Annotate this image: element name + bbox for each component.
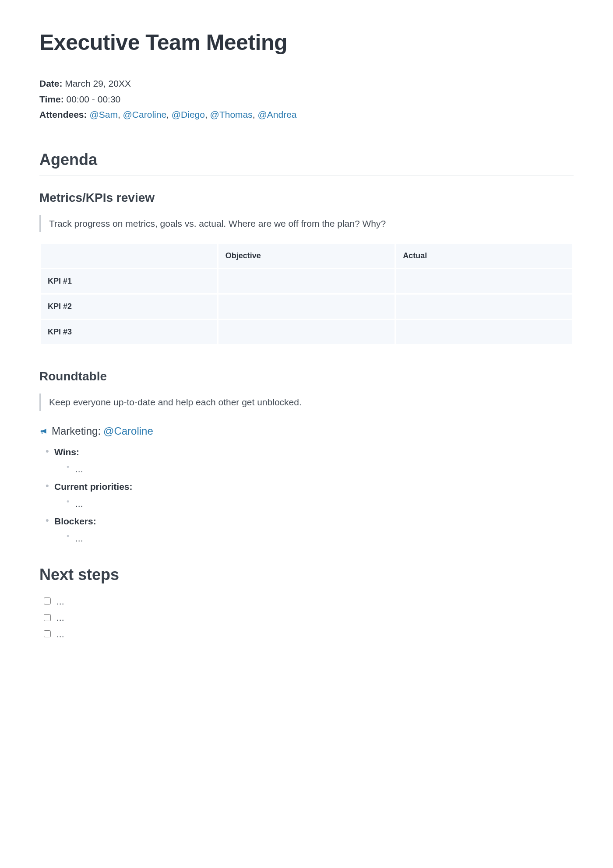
metrics-heading: Metrics/KPIs review: [39, 189, 574, 207]
priorities-label: Current priorities:: [54, 481, 133, 492]
roundtable-heading: Roundtable: [39, 367, 574, 386]
checkbox[interactable]: [44, 614, 51, 621]
meta-date: Date: March 29, 20XX: [39, 77, 574, 91]
next-steps-heading: Next steps: [39, 563, 574, 590]
check-item-label: ...: [56, 594, 64, 608]
kpi-table: Objective Actual KPI #1KPI #2KPI #3: [39, 242, 574, 345]
agenda-heading: Agenda: [39, 148, 574, 176]
page-title: Executive Team Meeting: [39, 26, 574, 59]
check-item: ...: [42, 627, 574, 641]
check-item-label: ...: [56, 627, 64, 641]
meta-time-value: 00:00 - 00:30: [66, 94, 120, 104]
meta-attendees-label: Attendees:: [39, 109, 87, 119]
meta-date-label: Date:: [39, 78, 63, 88]
kpi-cell-actual[interactable]: [396, 269, 572, 293]
list-item: Current priorities: ...: [46, 480, 574, 511]
check-item: ...: [42, 594, 574, 608]
meta-time: Time: 00:00 - 00:30: [39, 92, 574, 106]
meta-attendees: Attendees: @Sam, @Caroline, @Diego, @Tho…: [39, 108, 574, 122]
list-item: ...: [67, 531, 574, 545]
check-item: ...: [42, 611, 574, 625]
kpi-col-blank: [41, 244, 217, 268]
roundtable-dept-label: Marketing:: [52, 423, 101, 439]
wins-label: Wins:: [54, 447, 79, 457]
kpi-cell-actual[interactable]: [396, 320, 572, 344]
check-item-label: ...: [56, 611, 64, 625]
list-item: Blockers: ...: [46, 514, 574, 545]
roundtable-dept-owner-mention[interactable]: @Caroline: [103, 423, 153, 439]
blockers-label: Blockers:: [54, 516, 96, 526]
table-row: KPI #1: [41, 269, 572, 293]
attendee-mention[interactable]: @Sam: [89, 109, 118, 119]
attendee-mention[interactable]: @Andrea: [257, 109, 296, 119]
kpi-col-actual: Actual: [396, 244, 572, 268]
megaphone-icon: [39, 426, 49, 436]
roundtable-list: Wins: ... Current priorities: ... Blocke…: [39, 445, 574, 545]
attendee-mention[interactable]: @Caroline: [123, 109, 167, 119]
checkbox[interactable]: [44, 630, 51, 637]
table-row: KPI #2: [41, 295, 572, 319]
checkbox[interactable]: [44, 597, 51, 604]
roundtable-quote: Keep everyone up-to-date and help each o…: [39, 394, 574, 411]
attendee-mention[interactable]: @Thomas: [210, 109, 253, 119]
next-steps-list: .........: [42, 594, 574, 641]
kpi-cell-actual[interactable]: [396, 295, 572, 319]
attendee-mention[interactable]: @Diego: [172, 109, 205, 119]
kpi-col-objective: Objective: [218, 244, 395, 268]
list-item: Wins: ...: [46, 445, 574, 476]
meta-time-label: Time:: [39, 94, 64, 104]
kpi-row-label: KPI #1: [41, 269, 217, 293]
roundtable-dept-marketing: Marketing: @Caroline: [39, 423, 574, 439]
kpi-cell-objective[interactable]: [218, 269, 395, 293]
kpi-cell-objective[interactable]: [218, 320, 395, 344]
meta-date-value: March 29, 20XX: [65, 78, 131, 88]
list-item: ...: [67, 497, 574, 511]
table-row: KPI #3: [41, 320, 572, 344]
kpi-row-label: KPI #3: [41, 320, 217, 344]
kpi-row-label: KPI #2: [41, 295, 217, 319]
list-item: ...: [67, 462, 574, 476]
metrics-quote: Track progress on metrics, goals vs. act…: [39, 215, 574, 232]
kpi-cell-objective[interactable]: [218, 295, 395, 319]
